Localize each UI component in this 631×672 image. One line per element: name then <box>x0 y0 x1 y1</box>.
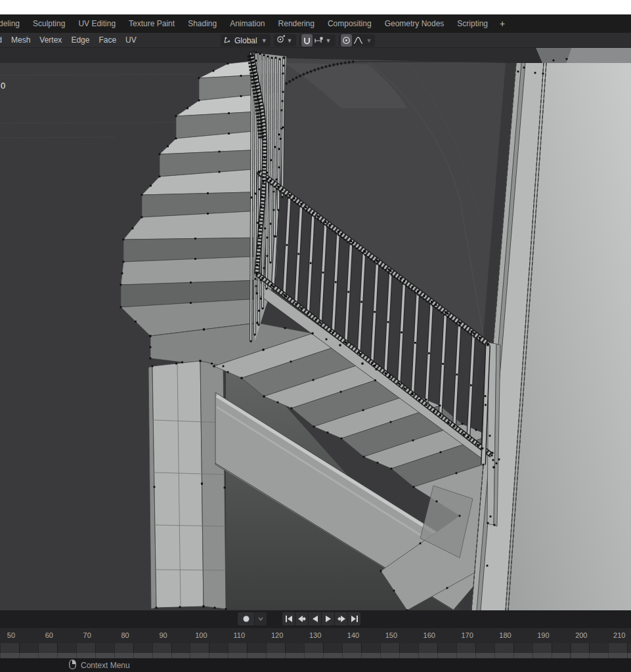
transport-buttons <box>282 612 361 625</box>
playback-controls <box>238 612 361 625</box>
workspace-tab[interactable]: Rendering <box>272 14 321 33</box>
pivot-point-icon <box>276 35 286 47</box>
header-menu[interactable]: Edge <box>66 35 94 45</box>
status-hint: Context Menu <box>69 660 130 671</box>
timeline-playback-bar <box>0 610 631 628</box>
snap-toggle-magnet-icon[interactable] <box>301 34 313 47</box>
play-reverse-button[interactable] <box>309 612 321 625</box>
mouse-right-click-icon <box>69 660 76 671</box>
falloff-curve-icon[interactable] <box>352 34 364 47</box>
workspace-tab[interactable]: Geometry Nodes <box>378 14 451 33</box>
timeline-tick-label: 50 <box>0 628 30 643</box>
timeline-tick-label: 130 <box>296 628 334 643</box>
timeline-tick-label: 100 <box>182 628 220 643</box>
top-white-strip <box>0 0 631 14</box>
transform-orientation-dropdown[interactable]: Global ▼ <box>221 34 271 47</box>
timeline-tick-label: 150 <box>372 628 410 643</box>
timeline-tick-label: 190 <box>524 628 562 643</box>
workspace-tab[interactable]: Compositing <box>321 14 378 33</box>
workspace-tab[interactable]: UV Editing <box>72 14 122 33</box>
timeline-track[interactable] <box>0 643 631 653</box>
record-button[interactable] <box>238 612 254 625</box>
timeline-tick-label: 90 <box>144 628 183 643</box>
header-menu[interactable]: Mesh <box>7 35 35 45</box>
timeline-tick-label: 110 <box>220 628 258 643</box>
next-keyframe-button[interactable] <box>335 612 347 625</box>
context-menu-label: Context Menu <box>81 661 130 670</box>
timeline-tick-label: 70 <box>68 628 106 643</box>
blender-window: ModelingSculptingUV EditingTexture Paint… <box>0 0 631 672</box>
workspace-tab[interactable]: Sculpting <box>26 14 72 33</box>
header-menu[interactable]: Vertex <box>35 35 66 45</box>
previous-keyframe-button[interactable] <box>295 612 308 625</box>
viewport-overlay-text: 0 <box>1 81 5 91</box>
timeline-tick-label: 160 <box>410 628 448 643</box>
support-pillar <box>148 361 226 609</box>
workspace-tab[interactable]: Scripting <box>450 14 494 33</box>
record-dropdown-chevron-icon[interactable] <box>255 612 267 625</box>
header-menu[interactable]: Face <box>94 35 121 45</box>
status-bar: Context Menu <box>0 658 631 672</box>
timeline-tick-label: 200 <box>562 628 600 643</box>
timeline-tick-label: 120 <box>258 628 296 643</box>
timeline-tick-label: 210 <box>600 628 631 643</box>
workspace-topbar: ModelingSculptingUV EditingTexture Paint… <box>0 14 631 33</box>
timeline-tick-label: 170 <box>448 628 487 643</box>
editmode-menus: AddMeshVertexEdgeFaceUV <box>0 33 141 47</box>
workspace-tab[interactable]: Modeling <box>0 14 26 33</box>
proportional-editing-toggle-icon[interactable] <box>341 34 352 47</box>
header-widgets: Global ▼ ▼ ▼ <box>221 34 375 47</box>
viewport-header: AddMeshVertexEdgeFaceUV Global ▼ ▼ <box>0 33 631 48</box>
workspace-tab[interactable]: Animation <box>223 14 271 33</box>
timeline-ruler[interactable]: 5060708090100110120130140150160170180190… <box>0 628 631 643</box>
header-menu[interactable]: UV <box>121 35 141 45</box>
viewport-3d[interactable]: 0 <box>0 48 631 610</box>
jump-to-start-button[interactable] <box>282 612 295 625</box>
jump-to-end-button[interactable] <box>348 612 360 625</box>
play-button[interactable] <box>322 612 334 625</box>
timeline-tick-label: 60 <box>30 628 68 643</box>
add-workspace-button[interactable]: + <box>494 18 510 29</box>
timeline-ticks: 5060708090100110120130140150160170180190… <box>0 628 631 643</box>
timeline-tick-label: 80 <box>106 628 144 643</box>
snap-to-dropdown[interactable]: ▼ <box>313 34 334 47</box>
timeline-tick-label: 180 <box>487 628 525 643</box>
chevron-down-icon: ▼ <box>286 37 294 44</box>
timeline-scrollbar[interactable] <box>0 653 631 658</box>
chevron-down-icon: ▼ <box>364 37 373 44</box>
proportional-editing-group: ▼ <box>339 34 375 47</box>
pivot-point-dropdown[interactable]: ▼ <box>274 34 296 47</box>
viewport-canvas <box>0 48 631 610</box>
orientation-axes-icon <box>223 35 232 47</box>
workspace-tab[interactable]: Shading <box>181 14 223 33</box>
header-menu[interactable]: Add <box>0 35 7 45</box>
workspace-tabs: ModelingSculptingUV EditingTexture Paint… <box>0 14 494 33</box>
workspace-tab[interactable]: Texture Paint <box>122 14 181 33</box>
chevron-down-icon: ▼ <box>324 37 333 44</box>
timeline-tick-label: 140 <box>334 628 372 643</box>
chevron-down-icon: ▼ <box>260 37 269 44</box>
orientation-value: Global <box>232 36 260 45</box>
snapping-group: ▼ <box>299 34 336 47</box>
